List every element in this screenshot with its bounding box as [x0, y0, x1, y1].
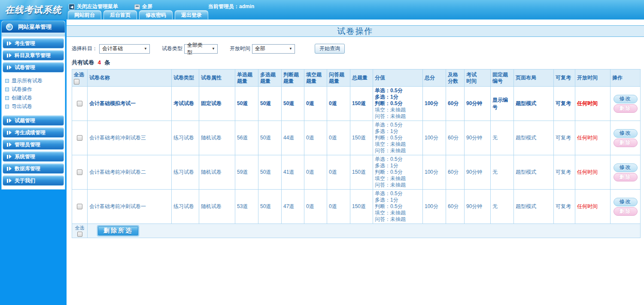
- tab-site-front[interactable]: 网站前台: [68, 10, 101, 19]
- cell-name: 会计基础考前冲刺试卷三: [88, 121, 172, 155]
- tab-admin-home[interactable]: 后台首页: [103, 10, 137, 19]
- cell-name: 会计基础考前冲刺试卷一: [88, 190, 172, 224]
- result-count: 共有试卷 4 条: [72, 59, 644, 66]
- list-square-icon: [5, 88, 9, 91]
- sidebar-group-about[interactable]: 关于我们: [3, 175, 64, 186]
- row-select-checkbox[interactable]: [77, 169, 82, 175]
- cell-attr: 随机试卷: [199, 190, 235, 224]
- cell-pass_score: 60分: [446, 190, 465, 224]
- sidebar-group-questions[interactable]: 试题管理: [3, 115, 64, 126]
- row-select-checkbox[interactable]: [77, 204, 82, 209]
- list-square-icon: [5, 79, 9, 83]
- row-select-checkbox[interactable]: [77, 101, 82, 106]
- sidebar-item-export-paper[interactable]: 导出试卷: [5, 102, 62, 111]
- open-time-select[interactable]: 全部 ▼: [252, 44, 295, 54]
- cell-actions: 修改删除: [611, 121, 641, 155]
- sidebar-groups-top: 考生管理科目及章节管理试卷管理: [2, 38, 65, 72]
- subject-select-value: 会计基础: [102, 45, 123, 52]
- footer-select-all-checkbox[interactable]: [77, 232, 82, 237]
- count-number: 4: [98, 59, 101, 66]
- cell-attr: 固定试卷: [199, 87, 235, 121]
- sidebar-item-create-paper[interactable]: 创建试卷: [5, 94, 62, 102]
- close-left-menu-link[interactable]: ◀ 关闭左边管理菜单: [69, 3, 118, 10]
- delete-button[interactable]: 删除: [614, 207, 638, 216]
- col-select-all: 全选: [72, 69, 88, 87]
- delete-button[interactable]: 删除: [614, 139, 638, 147]
- cell-retake: 可复考: [554, 87, 575, 121]
- cell-type: 练习试卷: [172, 121, 199, 155]
- query-button[interactable]: 开始查询: [315, 44, 345, 54]
- cell-exam_time: 90分钟: [465, 155, 491, 190]
- table-body: 会计基础模拟考试一考试试卷固定试卷50道50道50道0道0道150道单选：0.5…: [72, 87, 641, 224]
- edit-button[interactable]: 修改: [614, 163, 638, 172]
- menu-group-label: 考生成绩管理: [15, 129, 46, 136]
- col-single-count: 单选题题量: [235, 69, 258, 87]
- edit-button[interactable]: 修改: [614, 198, 638, 206]
- sidebar-group-papers[interactable]: 试卷管理: [3, 62, 64, 72]
- chevron-down-icon: ▼: [144, 47, 147, 51]
- cell-attr: 随机试卷: [199, 121, 235, 155]
- cell-multi: 50道: [258, 121, 282, 155]
- sidebar-group-system[interactable]: 系统管理: [3, 151, 64, 162]
- edit-button[interactable]: 修改: [614, 95, 638, 103]
- cell-total: 150道: [350, 121, 373, 155]
- sidebar-title-bar: 网站菜单管理: [2, 21, 65, 33]
- cell-multi: 50道: [258, 87, 282, 121]
- sidebar-group-subjects[interactable]: 科目及章节管理: [3, 50, 64, 60]
- close-left-menu-label: 关闭左边管理菜单: [77, 3, 118, 10]
- cell-blank: 0道: [304, 190, 327, 224]
- table-footer-row: 全选 删除所选: [72, 224, 641, 238]
- sidebar-item-show-all-papers[interactable]: 显示所有试卷: [5, 76, 62, 85]
- count-suffix: 条: [104, 59, 110, 66]
- edit-button[interactable]: 修改: [614, 129, 638, 138]
- col-retake: 可复考: [554, 69, 575, 87]
- cell-actions: 修改删除: [611, 155, 641, 190]
- cell-fixed_num: 无: [491, 155, 514, 190]
- score-line: 单选：0.5分: [375, 190, 421, 197]
- cell-layout: 题型模式: [514, 155, 554, 190]
- cell-fixed_num: 无: [491, 121, 514, 155]
- submenu-item-label: 导出试卷: [12, 103, 32, 110]
- chevron-down-icon: ▼: [289, 47, 292, 51]
- sidebar-group-admins[interactable]: 管理员管理: [3, 139, 64, 150]
- sidebar-group-database[interactable]: 数据库管理: [3, 163, 64, 174]
- col-qa-count: 问答题题量: [327, 69, 350, 87]
- collapse-left-icon: ◀: [69, 4, 75, 10]
- menu-group-label: 数据库管理: [15, 165, 40, 172]
- cell-open_time: 任何时间: [575, 87, 611, 121]
- sidebar: 网站菜单管理 考生管理科目及章节管理试卷管理 显示所有试卷试卷操作创建试卷导出试…: [0, 20, 67, 305]
- open-time-select-value: 全部: [255, 45, 265, 52]
- col-paper-name: 试卷名称: [88, 69, 172, 87]
- subject-select[interactable]: 会计基础 ▼: [99, 44, 150, 54]
- sidebar-item-paper-operations[interactable]: 试卷操作: [5, 85, 62, 94]
- cell-total_score: 100分: [423, 87, 446, 121]
- cell-actions: 修改删除: [611, 87, 641, 121]
- header-select-all-checkbox[interactable]: [74, 79, 79, 85]
- submenu-item-label: 创建试卷: [12, 94, 32, 102]
- cell-exam_time: 90分钟: [465, 87, 491, 121]
- col-page-layout: 页面布局: [514, 69, 554, 87]
- cell-judge: 41道: [282, 155, 304, 190]
- sidebar-group-examinees[interactable]: 考生管理: [3, 38, 64, 48]
- expand-icon: [7, 154, 12, 159]
- app-logo: 在线考试系统: [0, 0, 67, 20]
- col-exam-time: 考试时间: [465, 69, 491, 87]
- cell-qa: 0道: [327, 87, 350, 121]
- delete-button[interactable]: 删除: [614, 173, 638, 181]
- sidebar-groups-bottom: 试题管理考生成绩管理管理员管理系统管理数据库管理关于我们: [2, 115, 65, 186]
- col-open-time: 开放时间: [575, 69, 611, 87]
- cell-total_score: 100分: [423, 121, 446, 155]
- paper-type-select[interactable]: 全部类型 ▼: [184, 44, 218, 54]
- tab-change-password[interactable]: 修改密码: [139, 10, 173, 19]
- delete-button[interactable]: 删除: [614, 104, 638, 113]
- fullscreen-link[interactable]: 全屏: [134, 3, 152, 10]
- score-line: 问答：未抽题: [375, 148, 421, 154]
- expand-icon: [7, 118, 12, 123]
- score-line: 填空：未抽题: [375, 210, 421, 216]
- menu-group-label: 试题管理: [15, 117, 35, 124]
- sidebar-group-scores[interactable]: 考生成绩管理: [3, 127, 64, 138]
- page-title: 试卷操作: [67, 25, 644, 37]
- tab-logout[interactable]: 退出登录: [175, 10, 208, 19]
- delete-selected-button[interactable]: 删除所选: [98, 226, 138, 236]
- row-select-checkbox[interactable]: [77, 135, 82, 141]
